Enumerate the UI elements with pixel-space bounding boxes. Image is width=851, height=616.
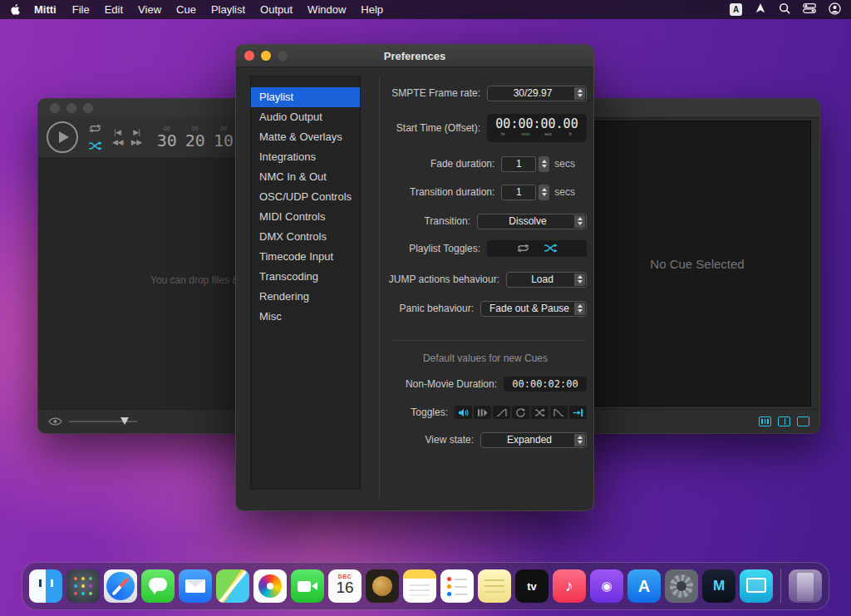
dock-music-icon[interactable]: ♪ [553,569,586,603]
transition-select[interactable]: Dissolve [477,214,587,229]
play-button[interactable] [47,121,78,153]
sidebar-item-osc-udp-controls[interactable]: OSC/UDP Controls [251,187,360,207]
sidebar-item-integrations[interactable]: Integrations [251,147,360,167]
smpte-framerate-select[interactable]: 30/29.97 [487,86,587,101]
dock-launchpad-icon[interactable] [66,569,100,603]
dock-photos-icon[interactable] [253,569,287,603]
dock-facetime-icon[interactable] [291,569,324,603]
repeat-icon[interactable] [88,121,102,136]
control-center-icon[interactable] [803,2,816,17]
menu-window[interactable]: Window [300,3,353,16]
zoom-slider[interactable] [69,416,137,426]
slider-handle[interactable] [121,417,129,425]
fade-out-icon[interactable] [550,406,568,419]
updown-arrows-icon [574,434,585,446]
audio-icon[interactable] [455,406,472,419]
close-button[interactable] [244,51,254,61]
sidebar-item-audio-output[interactable]: Audio Output [251,107,360,127]
menu-cue[interactable]: Cue [169,3,204,16]
minimize-button[interactable] [261,51,271,61]
shuffle-icon[interactable] [88,139,102,154]
fade-duration-label: Fade duration: [384,158,494,170]
dock-safari-icon[interactable] [104,569,137,603]
minimize-button[interactable] [66,103,76,113]
jump-actions-select[interactable]: Load [506,272,587,288]
transition-duration-field[interactable]: 1 [501,185,536,200]
menu-bar: Mitti FileEditViewCuePlaylistOutputWindo… [0,0,851,19]
spotlight-icon[interactable] [779,2,790,17]
fade-in-icon[interactable] [493,406,510,419]
window-title: Preferences [384,50,445,62]
menu-playlist[interactable]: Playlist [204,3,253,16]
transition-duration-row: Transition duration: 1 secs [384,184,587,200]
fade-duration-stepper[interactable] [539,156,549,172]
close-button[interactable] [50,103,60,113]
dock-tv-icon[interactable]: tv [515,569,548,603]
dock-display-icon[interactable] [740,569,773,603]
dock-stickies-icon[interactable] [478,569,511,603]
dock-podcasts-icon[interactable]: ◉ [590,569,623,603]
eye-icon[interactable] [48,414,62,429]
menu-help[interactable]: Help [353,3,391,16]
dock-trash-icon[interactable] [789,569,822,603]
crossfade-icon[interactable] [531,406,548,419]
transport-skip-button[interactable]: ◀◀ [112,139,123,146]
transport-skip-button[interactable]: ▶| [131,129,142,136]
sidebar-item-matte-overlays[interactable]: Matte & Overlays [251,127,360,147]
preferences-sidebar: PlaylistAudio OutputMatte & OverlaysInte… [250,76,361,490]
zoom-button [278,51,288,61]
pause-at-end-icon[interactable] [474,406,491,419]
menu-output[interactable]: Output [253,3,300,16]
sidebar-item-misc[interactable]: Misc [251,307,360,327]
loop-icon[interactable] [512,406,529,419]
display-arrow-icon[interactable] [755,2,766,17]
panic-select[interactable]: Fade out & Pause [480,301,587,317]
dock-mitti-icon[interactable]: M [702,569,735,603]
app-menu-mitti[interactable]: Mitti [26,3,65,16]
menu-bar-left: Mitti FileEditViewCuePlaylistOutputWindo… [10,3,391,16]
shuffle-icon[interactable] [544,241,558,256]
fullscreen-output-icon[interactable] [797,416,809,426]
transport-skip-button[interactable]: ▶▶ [131,139,142,146]
dock-reminders-icon[interactable] [440,569,474,603]
dock-amber-icon[interactable] [366,569,399,603]
sidebar-item-playlist[interactable]: Playlist [251,87,360,107]
play-icon [59,131,69,143]
menu-view[interactable]: View [130,3,169,16]
non-movie-duration-field[interactable]: 00:00:02:00 [504,377,587,392]
dock-mail-icon[interactable] [179,569,212,603]
apple-menu-icon[interactable] [10,3,21,16]
menu-edit[interactable]: Edit [97,3,130,16]
output-grid-icon[interactable] [759,416,771,426]
sidebar-item-transcoding[interactable]: Transcoding [251,267,360,287]
fade-duration-field[interactable]: 1 [501,156,536,172]
user-account-icon[interactable] [829,2,841,17]
panic-value: Fade out & Pause [481,303,586,314]
toolbar-timecode-cell: 0010 [214,126,234,149]
transition-duration-stepper[interactable] [539,185,549,200]
transport-skip-button[interactable]: |◀ [112,129,123,136]
sidebar-item-dmx-controls[interactable]: DMX Controls [251,227,360,247]
view-state-select[interactable]: Expanded [480,432,587,448]
dock-appstore-icon[interactable]: A [627,569,661,603]
zoom-button[interactable] [83,103,93,113]
dock-notes-icon[interactable] [403,569,436,603]
preferences-titlebar[interactable]: Preferences [236,45,593,67]
sidebar-item-timecode-input[interactable]: Timecode Input [251,247,360,267]
sidebar-item-midi-controls[interactable]: MIDI Controls [251,207,360,227]
updown-arrows-icon [574,274,585,286]
dock-maps-icon[interactable] [216,569,249,603]
timecode-separator: : [533,117,540,136]
dock-messages-icon[interactable] [141,569,175,603]
input-source-icon[interactable]: A [730,3,742,16]
start-time-field[interactable]: 00hr:00min:00sec.00fr [487,114,587,142]
sidebar-item-nmc-in-out[interactable]: NMC In & Out [251,167,360,187]
sidebar-item-rendering[interactable]: Rendering [251,287,360,307]
dock-calendar-icon[interactable]: DEC16 [328,569,362,603]
dock-finder-icon[interactable] [29,569,62,603]
split-view-icon[interactable] [778,416,790,426]
follow-icon[interactable] [569,406,587,419]
menu-file[interactable]: File [65,3,97,16]
dock-settings-icon[interactable] [665,569,698,603]
repeat-icon[interactable] [516,241,530,256]
